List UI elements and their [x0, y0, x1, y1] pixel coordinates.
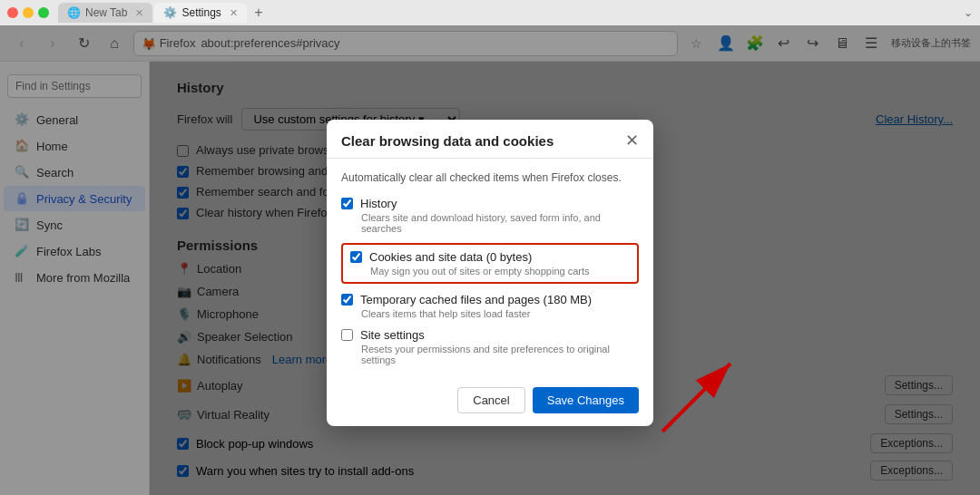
tab-favicon: 🌐 — [67, 6, 81, 19]
traffic-lights — [7, 7, 49, 18]
dialog-footer: Cancel Save Changes — [327, 378, 653, 426]
window-expand-icon: ⌄ — [964, 6, 973, 19]
maximize-button[interactable] — [38, 7, 49, 18]
window-controls: ⌄ — [964, 6, 973, 19]
tab-close-icon[interactable]: ✕ — [135, 7, 143, 19]
dialog-cache-checkbox[interactable] — [341, 294, 353, 306]
dialog-item-cookies-header: Cookies and site data (0 bytes) — [350, 250, 630, 264]
dialog-body: Automatically clear all checked items wh… — [327, 159, 653, 378]
dialog-site-settings-checkbox[interactable] — [341, 329, 353, 341]
tab-bar: 🌐 New Tab ✕ ⚙️ Settings ✕ + — [58, 3, 958, 23]
tab-label: New Tab — [85, 6, 127, 19]
dialog-title: Clear browsing data and cookies — [341, 133, 554, 149]
dialog-cookies-label: Cookies and site data (0 bytes) — [369, 250, 532, 264]
title-bar: 🌐 New Tab ✕ ⚙️ Settings ✕ + ⌄ — [0, 0, 980, 25]
dialog-item-cookies-highlighted: Cookies and site data (0 bytes) May sign… — [341, 243, 639, 284]
dialog-site-settings-desc: Resets your permissions and site prefere… — [361, 344, 639, 365]
dialog-history-checkbox[interactable] — [341, 198, 353, 209]
dialog-close-button[interactable]: ✕ — [625, 132, 639, 149]
cancel-button[interactable]: Cancel — [457, 387, 524, 413]
dialog-history-desc: Clears site and download history, saved … — [361, 212, 639, 234]
dialog-item-history: History Clears site and download history… — [341, 197, 639, 234]
save-changes-button[interactable]: Save Changes — [533, 387, 639, 413]
clear-browsing-dialog: Clear browsing data and cookies ✕ Automa… — [327, 120, 653, 426]
tab-settings-favicon: ⚙️ — [163, 6, 177, 19]
dialog-subtitle: Automatically clear all checked items wh… — [341, 171, 639, 184]
dialog-item-cache-header: Temporary cached files and pages (180 MB… — [341, 293, 639, 306]
red-arrow — [644, 350, 753, 441]
dialog-site-settings-label: Site settings — [360, 328, 425, 342]
dialog-item-history-header: History — [341, 197, 639, 210]
dialog-item-site-settings-header: Site settings — [341, 328, 639, 342]
close-button[interactable] — [7, 7, 18, 18]
minimize-button[interactable] — [23, 7, 34, 18]
tab-new-tab[interactable]: 🌐 New Tab ✕ — [58, 3, 152, 23]
svg-line-1 — [662, 364, 730, 432]
dialog-history-label: History — [360, 197, 397, 210]
tab-settings[interactable]: ⚙️ Settings ✕ — [154, 3, 246, 23]
dialog-cookies-checkbox[interactable] — [350, 251, 362, 263]
tab-settings-close-icon[interactable]: ✕ — [230, 7, 238, 19]
tab-settings-label: Settings — [181, 6, 220, 19]
dialog-overlay: Clear browsing data and cookies ✕ Automa… — [0, 25, 980, 495]
dialog-cache-desc: Clears items that help sites load faster — [361, 308, 639, 319]
dialog-item-cache: Temporary cached files and pages (180 MB… — [341, 293, 639, 319]
dialog-header: Clear browsing data and cookies ✕ — [327, 120, 653, 159]
dialog-cookies-desc: May sign you out of sites or empty shopp… — [370, 266, 630, 277]
dialog-item-site-settings: Site settings Resets your permissions an… — [341, 328, 639, 365]
dialog-items: History Clears site and download history… — [341, 197, 639, 365]
new-tab-button[interactable]: + — [249, 3, 269, 23]
dialog-cache-label: Temporary cached files and pages (180 MB… — [360, 293, 592, 306]
